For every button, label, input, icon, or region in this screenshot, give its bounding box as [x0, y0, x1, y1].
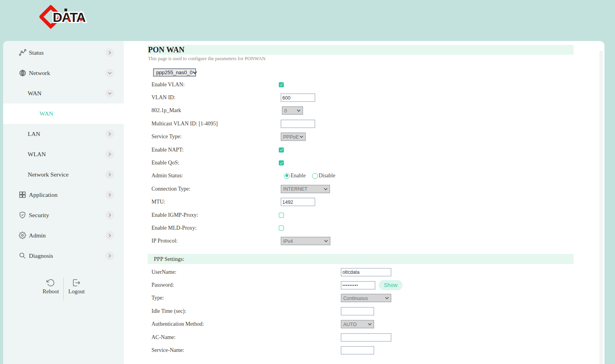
show-password-button[interactable]: Show [379, 280, 403, 290]
field-row-enable-mld-proxy: Enable MLD-Proxy: [124, 221, 604, 234]
magnifier-icon [19, 252, 27, 260]
chevron-down-icon[interactable] [105, 89, 114, 98]
idle-time-input[interactable] [341, 307, 374, 315]
type-select[interactable]: Continuous [341, 294, 391, 302]
admin-status-disable-radio[interactable] [312, 173, 318, 179]
cdata-logo: DATA [39, 5, 90, 29]
field-label: Enable QoS: [152, 160, 179, 166]
service-type-select[interactable]: PPPoE [281, 133, 306, 141]
enable-qos-checkbox[interactable] [279, 161, 284, 166]
field-row-service-name: Service-Name: [124, 344, 604, 357]
sidebar-item-network[interactable]: Network [3, 63, 124, 83]
field-row-service-type: Service Type: PPPoE [124, 130, 604, 143]
field-label: Enable IGMP-Proxy: [152, 212, 198, 218]
chevron-down-icon [324, 187, 328, 190]
field-label: Service-Name: [152, 347, 184, 353]
username-input[interactable] [341, 268, 391, 276]
field-label: Connection Type: [152, 186, 190, 192]
field-row-mtu: MTU: [124, 196, 604, 209]
field-row-vlan-id: VLAN ID: [124, 91, 604, 104]
sidebar-item-wan-group[interactable]: WAN [3, 83, 124, 103]
field-label: IP Protocol: [152, 238, 178, 244]
logout-label: Logout [68, 288, 85, 294]
field-row-8021p-mark: 802.1p_Mark 0 [124, 104, 604, 117]
field-row-admin-status: Admin Status: Enable Disable [124, 170, 604, 182]
field-row-enable-napt: Enable NAPT: [124, 143, 604, 156]
enable-mld-proxy-checkbox[interactable] [279, 225, 284, 230]
service-name-input[interactable] [341, 346, 374, 355]
sidebar-item-label: Security [29, 212, 49, 219]
sidebar-item-network-service[interactable]: Network Service [3, 164, 124, 185]
sidebar-item-lan[interactable]: LAN [3, 124, 124, 144]
sidebar-item-label: Network [29, 70, 50, 77]
field-row-enable-qos: Enable QoS: [124, 156, 604, 169]
reboot-button[interactable]: Reboot [38, 278, 64, 295]
sidebar-item-admin[interactable]: Admin [3, 225, 124, 246]
field-label: Authentication Method: [152, 321, 204, 327]
field-row-enable-vlan: Enable VLAN: [124, 78, 604, 91]
chevron-right-icon[interactable] [105, 231, 114, 240]
sidebar-item-diagnosis[interactable]: Diagnosis [3, 246, 124, 266]
gear-icon [19, 232, 27, 239]
chevron-right-icon[interactable] [105, 150, 114, 159]
field-row-multicast-vlan-id: Multicast VLAN ID: [1-4095] [124, 117, 604, 130]
sidebar-item-label: Admin [29, 232, 46, 239]
wan-interface-select-value: ppp255_nas0_0 [156, 70, 193, 75]
field-row-enable-igmp-proxy: Enable IGMP-Proxy: [124, 209, 604, 221]
globe-icon [19, 69, 27, 77]
scrollbar[interactable] [599, 51, 603, 364]
field-label: Type: [152, 295, 164, 301]
field-row-username: UserName: [124, 266, 604, 278]
chevron-right-icon[interactable] [105, 48, 114, 57]
chevron-down-icon [299, 136, 303, 138]
ppp-settings-header-label: PPP Settings: [154, 256, 184, 262]
admin-status-enable-label: Enable [291, 173, 306, 179]
ip-protocol-select[interactable]: IPv4 [281, 237, 330, 245]
admin-status-enable-radio[interactable] [284, 173, 290, 179]
chevron-right-icon[interactable] [105, 191, 114, 199]
ip-protocol-select-value: IPv4 [283, 238, 293, 244]
sidebar-item-wan[interactable]: WAN [3, 103, 124, 124]
shield-icon [19, 211, 27, 219]
field-row-authentication-method: Authentication Method: AUTO [124, 318, 604, 331]
authentication-method-select[interactable]: AUTO [341, 320, 374, 328]
content-panel: Status Network [3, 41, 604, 364]
chevron-right-icon[interactable] [105, 252, 114, 260]
field-label: Enable MLD-Proxy: [152, 225, 196, 231]
page-subtitle: This page is used to configure the param… [148, 56, 266, 62]
multicast-vlan-id-input[interactable] [281, 120, 315, 128]
logout-button[interactable]: Logout [64, 278, 89, 295]
mtu-input[interactable] [281, 198, 315, 206]
sidebar-item-wlan[interactable]: WLAN [3, 144, 124, 164]
connection-type-select-value: INTERNET [283, 186, 308, 192]
chevron-right-icon[interactable] [105, 170, 114, 179]
wan-interface-select[interactable]: ppp255_nas0_0 [153, 68, 196, 77]
ac-name-input[interactable] [341, 333, 391, 341]
field-row-password: Password: Show [124, 278, 604, 291]
field-row-connection-type: Connection Type: INTERNET [124, 182, 604, 195]
field-label: Idle Time (sec): [152, 308, 186, 314]
password-input[interactable] [341, 281, 375, 289]
chevron-right-icon[interactable] [105, 130, 114, 138]
field-row-ac-name: AC-Name: [124, 331, 604, 344]
field-label: Multicast VLAN ID: [1-4095] [152, 121, 218, 127]
vlan-id-input[interactable] [281, 94, 315, 102]
sidebar-item-status[interactable]: Status [3, 43, 124, 63]
8021p-mark-select[interactable]: 0 [282, 107, 303, 115]
enable-vlan-checkbox[interactable] [279, 82, 284, 87]
sidebar-item-security[interactable]: Security [3, 205, 124, 225]
chevron-down-icon[interactable] [105, 69, 114, 77]
admin-status-disable-label: Disable [319, 173, 335, 179]
logout-icon [72, 278, 81, 287]
field-label: 802.1p_Mark [152, 107, 181, 114]
sidebar-item-application[interactable]: Application [3, 185, 124, 205]
connection-type-select[interactable]: INTERNET [281, 185, 330, 193]
sidebar-item-label: Diagnosis [29, 252, 53, 259]
sidebar-item-label: Network Service [28, 171, 69, 178]
cdata-logo-icon: DATA [39, 5, 90, 29]
chevron-right-icon[interactable] [105, 211, 114, 219]
reboot-icon [46, 278, 55, 287]
8021p-mark-select-value: 0 [284, 108, 287, 113]
enable-napt-checkbox[interactable] [279, 147, 284, 152]
enable-igmp-proxy-checkbox[interactable] [279, 212, 284, 218]
